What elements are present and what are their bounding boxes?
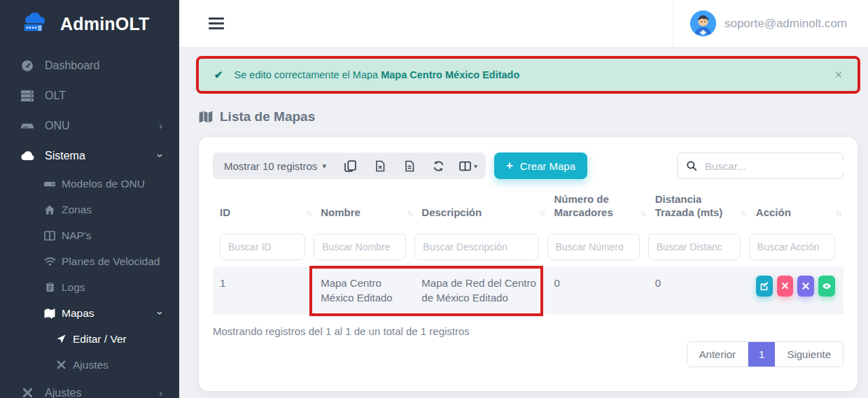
chevron-right-icon: › [159,120,162,131]
page-header: Lista de Mapas [199,109,858,125]
cell-id: 1 [213,267,314,315]
filter-row [213,227,844,267]
sidebar-item-ajustes-mapas[interactable]: Ajustes [0,352,179,378]
page-title: Lista de Mapas [220,109,315,125]
copy-button[interactable] [336,152,365,179]
tools-icon [55,360,67,370]
table-search [677,152,844,179]
column-header-distancia[interactable]: Distancia Trazada (mts)↑↓ [648,192,749,227]
brand-logo-icon [21,13,53,35]
refresh-button[interactable] [424,152,454,179]
brand-name: AdminOLT [60,14,150,34]
table-toolbar: Mostrar 10 registros ▾ [213,152,844,179]
filter-accion-input[interactable] [749,234,835,260]
sort-icon: ↑↓ [407,208,412,218]
sidebar-item-planes-de-velocidad[interactable]: Planes de Velocidad [0,248,179,274]
filter-distancia-input[interactable] [648,234,741,260]
sidebar-item-label: OLT [45,90,162,102]
column-header-nombre[interactable]: Nombre↑↓ [314,192,414,227]
hdd-icon [43,178,56,190]
filter-descripcion-input[interactable] [414,234,538,260]
caret-down-icon: ▾ [322,162,326,171]
edit-button[interactable] [756,276,773,297]
cell-distancia: 0 [648,267,749,315]
tools-icon [20,387,35,398]
main-area: soporte@adminolt.com ✔ Se edito correcta… [179,0,868,398]
gauge-icon [20,59,35,72]
sidebar-item-modelos-de-onu[interactable]: Modelos de ONU [0,171,179,197]
column-header-descripcion[interactable]: Descripción↑↓ [414,192,547,227]
cell-acciones [749,267,844,315]
sort-icon: ↑↓ [540,208,545,218]
sidebar-item-label: Dashboard [45,59,162,72]
sidebar-item-naps[interactable]: NAP's [0,222,179,248]
chevron-down-icon: › [155,154,166,157]
sidebar-item-olt[interactable]: OLT [0,80,179,111]
brand[interactable]: AdminOLT [0,0,179,48]
topbar: soporte@adminolt.com [179,0,868,48]
export-excel-button[interactable] [365,152,395,179]
avatar [690,10,716,36]
next-page-button[interactable]: Siguiente [775,342,843,367]
sidebar-item-label: Ajustes [73,359,162,371]
location-arrow-icon [55,334,67,344]
view-button[interactable] [818,276,835,297]
cell-nombre: Mapa Centro México Editado [314,267,414,315]
home-icon [43,204,56,215]
menu-toggle-icon[interactable] [209,17,224,29]
sidebar-item-label: Mapas [62,307,159,320]
sidebar-item-label: ONU [45,120,159,132]
cell-marcadores: 0 [547,267,648,315]
sidebar-item-label: Ajustes [45,387,159,398]
maps-table-card: Mostrar 10 registros ▾ [199,137,858,391]
column-header-id[interactable]: ID↑↓ [213,192,314,227]
column-header-accion[interactable]: Acción↑↓ [749,192,844,227]
map-icon [43,308,56,319]
check-icon: ✔ [214,69,223,81]
wifi-icon [43,255,56,267]
maps-table: ID↑↓ Nombre↑↓ Descripción↑↓ Número de Ma… [213,192,844,314]
page-length-select[interactable]: Mostrar 10 registros [224,160,317,172]
sidebar-item-mapas[interactable]: Mapas › [0,300,179,326]
create-map-label: Crear Mapa [520,160,575,172]
sort-icon: ↑↓ [836,208,841,218]
sidebar-item-editar-ver[interactable]: Editar / Ver [0,326,179,352]
column-visibility-button[interactable]: ▾ [454,152,483,179]
delete-button[interactable] [777,276,794,297]
caret-down-icon: ▾ [474,162,477,170]
settings-button[interactable] [797,276,814,297]
sidebar-item-onu[interactable]: ONU › [0,111,179,141]
sidebar-item-label: NAP's [62,229,162,242]
sidebar-item-zonas[interactable]: Zonas [0,197,179,222]
filter-nombre-input[interactable] [314,234,406,260]
sidebar: AdminOLT Dashboard OLT ONU › Sistema [0,0,179,398]
pagination-row: Anterior 1 Siguiente [213,341,844,367]
user-menu[interactable]: soporte@adminolt.com [673,0,847,48]
close-icon[interactable]: × [834,69,842,81]
sidebar-item-logs[interactable]: Logs [0,274,179,300]
sort-icon: ↑↓ [741,208,746,218]
search-input[interactable] [705,160,844,172]
column-header-marcadores[interactable]: Número de Marcadores↑↓ [547,192,648,227]
server-stack-icon [20,90,35,102]
previous-page-button[interactable]: Anterior [687,342,749,367]
header-row: ID↑↓ Nombre↑↓ Descripción↑↓ Número de Ma… [213,192,844,227]
filter-marcadores-input[interactable] [547,234,640,260]
chevron-down-icon: › [155,311,166,315]
toolbar-group: Mostrar 10 registros ▾ [213,152,486,179]
table-row: 1 Mapa Centro México Editado Mapa de Red… [213,267,844,315]
sidebar-item-sistema[interactable]: Sistema › [0,141,179,171]
table-summary: Mostrando registros del 1 al 1 de un tot… [213,325,844,337]
create-map-button[interactable]: + Crear Mapa [494,152,587,179]
map-icon [199,110,213,124]
sidebar-nav: Dashboard OLT ONU › Sistema › M [0,48,179,398]
sidebar-item-ajustes[interactable]: Ajustes › [0,378,179,398]
plus-icon: + [506,159,513,173]
sidebar-item-dashboard[interactable]: Dashboard [0,50,179,80]
alert-text: Se edito correctamente el Mapa [234,69,379,80]
current-page-button[interactable]: 1 [748,342,775,367]
chevron-right-icon: › [159,388,162,398]
filter-id-input[interactable] [220,234,305,260]
export-file-button[interactable] [395,152,424,179]
clipboard-icon [43,282,56,292]
